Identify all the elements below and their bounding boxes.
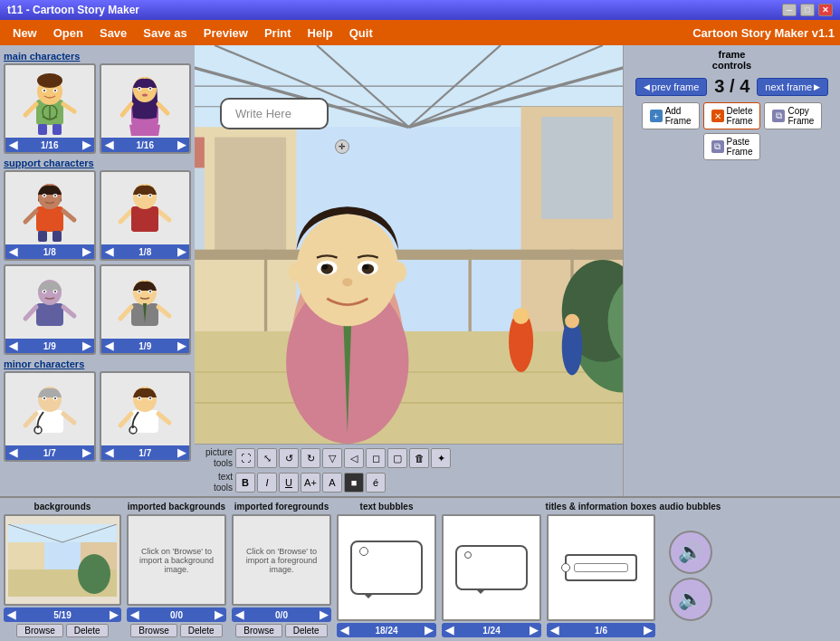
delete-frame-button[interactable]: ✕ DeleteFrame <box>703 102 761 129</box>
minimize-button[interactable]: ─ <box>782 4 797 16</box>
tool-flip-h[interactable]: ◁ <box>344 448 364 468</box>
tool-flip-v[interactable]: ▽ <box>322 448 342 468</box>
titles-next[interactable]: ▶ <box>644 624 652 636</box>
support-char-2-next[interactable]: ▶ <box>177 245 186 258</box>
section-main-characters[interactable]: main characters <box>4 51 191 62</box>
tool-rotate-cw[interactable]: ↻ <box>301 448 320 468</box>
speech-bubble[interactable]: Write Here <box>220 98 329 129</box>
imported-fg-next[interactable]: ▶ <box>320 608 328 621</box>
tool-italic[interactable]: I <box>257 473 277 493</box>
minor-char-2-next[interactable]: ▶ <box>177 446 186 459</box>
text-bubble-prev[interactable]: ◀ <box>340 624 348 636</box>
svg-line-43 <box>120 211 131 222</box>
tool-special[interactable]: ✦ <box>431 448 451 468</box>
support-char-4-prev[interactable]: ◀ <box>105 340 113 352</box>
svg-line-84 <box>158 414 169 423</box>
tool-move[interactable]: ◻ <box>366 448 386 468</box>
imported-bg-next[interactable]: ▶ <box>215 608 223 621</box>
add-frame-button[interactable]: + AddFrame <box>642 102 700 129</box>
support-char-1-next[interactable]: ▶ <box>82 245 91 258</box>
support-char-2[interactable]: ◀ 1/8 ▶ <box>100 170 192 261</box>
svg-point-72 <box>54 397 56 399</box>
imported-foregrounds-thumb[interactable]: Click on 'Browse' to import a foreground… <box>232 514 331 606</box>
support-char-2-prev[interactable]: ◀ <box>105 245 113 258</box>
imported-bg-delete-btn[interactable]: Delete <box>180 624 223 637</box>
menu-quit[interactable]: Quit <box>342 24 380 43</box>
imported-fg-prev[interactable]: ◀ <box>235 608 243 621</box>
support-char-4-next[interactable]: ▶ <box>177 340 186 352</box>
char-2-next[interactable]: ▶ <box>177 139 186 151</box>
backgrounds-thumb[interactable] <box>4 514 121 606</box>
backgrounds-delete-btn[interactable]: Delete <box>66 624 109 637</box>
backgrounds-section: backgrounds ◀ 5/19 ▶ Browse <box>4 502 121 637</box>
svg-point-55 <box>43 291 45 292</box>
titles-thumb[interactable] <box>547 514 655 621</box>
tool-underline[interactable]: U <box>279 473 299 493</box>
speech-bubble-next[interactable]: ▶ <box>530 624 538 636</box>
text-bubble-next[interactable]: ▶ <box>425 624 433 636</box>
tool-bold[interactable]: B <box>235 473 255 493</box>
support-char-4-count: 1/9 <box>138 341 151 351</box>
backgrounds-browse-btn[interactable]: Browse <box>16 624 62 637</box>
tool-crop[interactable]: ▢ <box>387 448 407 468</box>
main-char-1[interactable]: ◀ 1/16 ▶ <box>4 63 96 154</box>
minor-char-2-prev[interactable]: ◀ <box>105 446 113 459</box>
backgrounds-next[interactable]: ▶ <box>110 608 118 621</box>
minor-char-1-next[interactable]: ▶ <box>82 446 91 459</box>
char-1-next[interactable]: ▶ <box>82 139 91 151</box>
support-char-3-next[interactable]: ▶ <box>82 340 91 352</box>
bubble-move-handle[interactable]: ✛ <box>335 139 349 154</box>
imported-bg-prev[interactable]: ◀ <box>130 608 138 621</box>
char-1-prev[interactable]: ◀ <box>9 139 17 151</box>
prev-frame-button[interactable]: ◀ prev frame <box>635 78 708 96</box>
menu-new[interactable]: New <box>5 24 44 43</box>
audio-bubble-1[interactable]: 🔊 <box>669 531 712 574</box>
maximize-button[interactable]: □ <box>800 4 815 16</box>
audio-bubble-2[interactable]: 🔈 <box>669 578 712 621</box>
speech-bubbles-thumb[interactable] <box>442 514 541 621</box>
tool-font-larger[interactable]: A+ <box>301 473 320 493</box>
speech-bubble-prev[interactable]: ◀ <box>445 624 453 636</box>
tool-font-smaller[interactable]: A <box>322 473 342 493</box>
tool-rotate-ccw[interactable]: ↺ <box>279 448 299 468</box>
menu-help[interactable]: Help <box>301 24 340 43</box>
support-char-4[interactable]: ◀ 1/9 ▶ <box>100 264 192 355</box>
menu-save-as[interactable]: Save as <box>136 24 194 43</box>
imported-backgrounds-nav: ◀ 0/0 ▶ <box>127 608 226 622</box>
tool-delete[interactable]: 🗑 <box>409 448 429 468</box>
support-char-1[interactable]: ◀ 1/8 ▶ <box>4 170 96 261</box>
char-2-prev[interactable]: ◀ <box>105 139 113 151</box>
titles-prev[interactable]: ◀ <box>550 624 558 636</box>
svg-point-49 <box>138 195 140 196</box>
menu-print[interactable]: Print <box>257 24 299 43</box>
svg-line-57 <box>25 307 36 319</box>
svg-line-24 <box>122 104 131 115</box>
section-minor-characters[interactable]: minor characters <box>4 359 191 369</box>
imported-backgrounds-thumb[interactable]: Click on 'Browse' to import a background… <box>127 514 226 606</box>
tool-fullscreen[interactable]: ⛶ <box>235 448 255 468</box>
imported-fg-browse-btn[interactable]: Browse <box>235 624 282 637</box>
support-char-3[interactable]: ◀ 1/9 ▶ <box>4 264 96 355</box>
minor-char-2[interactable]: ◀ 1/7 ▶ <box>100 371 192 462</box>
backgrounds-prev[interactable]: ◀ <box>7 608 15 621</box>
next-frame-button[interactable]: next frame ▶ <box>757 78 828 96</box>
imported-fg-delete-btn[interactable]: Delete <box>285 624 328 637</box>
section-support-characters[interactable]: support characters <box>4 158 191 168</box>
close-button[interactable]: ✕ <box>818 4 833 16</box>
menu-save[interactable]: Save <box>92 24 134 43</box>
menu-preview[interactable]: Preview <box>196 24 255 43</box>
tool-special-char[interactable]: é <box>366 473 386 493</box>
minor-char-1-prev[interactable]: ◀ <box>9 446 17 459</box>
menu-open[interactable]: Open <box>46 24 91 43</box>
imported-bg-browse-btn[interactable]: Browse <box>130 624 177 637</box>
paste-frame-button[interactable]: ⧉ PasteFrame <box>703 133 761 160</box>
support-char-1-prev[interactable]: ◀ <box>9 245 17 258</box>
minor-char-1[interactable]: ◀ 1/7 ▶ <box>4 371 96 462</box>
text-bubbles-thumb[interactable] <box>337 514 436 621</box>
svg-rect-26 <box>36 206 63 232</box>
copy-frame-button[interactable]: ⧉ CopyFrame <box>764 102 822 129</box>
tool-color[interactable]: ■ <box>344 473 364 493</box>
support-char-3-prev[interactable]: ◀ <box>9 340 17 352</box>
tool-resize[interactable]: ⤡ <box>257 448 277 468</box>
main-char-2[interactable]: ◀ 1/16 ▶ <box>100 63 192 154</box>
